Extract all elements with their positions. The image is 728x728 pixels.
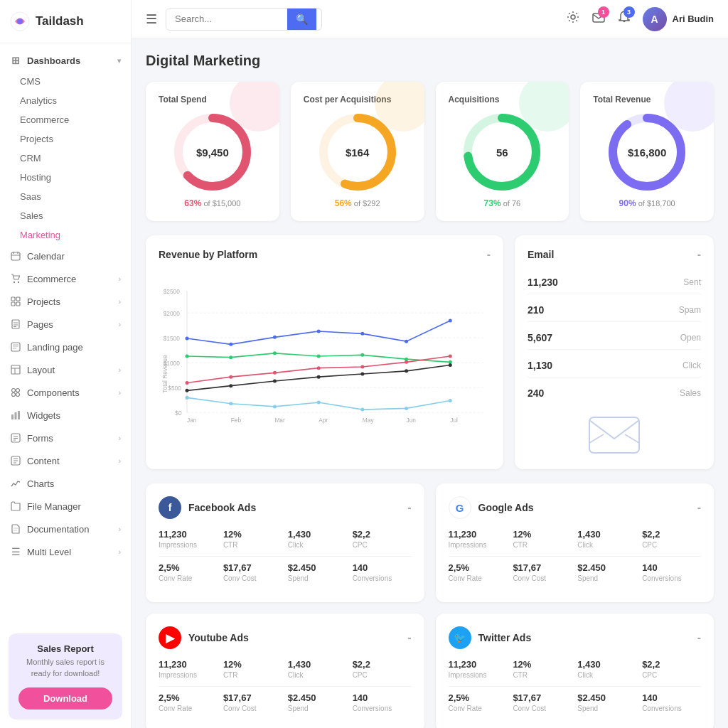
chevron-right-icon: › [119,298,121,306]
email-minimize-button[interactable]: - [697,248,701,261]
ad-stat: $2,2 CPC [353,659,412,679]
ad-card-minimize-button[interactable]: - [697,501,701,514]
notification-badge: 3 [623,6,635,18]
email-num: 5,607 [528,332,552,343]
user-profile[interactable]: A Ari Budin [643,7,714,31]
ad-stat-label: CTR [223,541,282,549]
ad-stat: 12% CTR [513,529,572,549]
sidebar-item-forms[interactable]: Forms › [0,427,131,449]
sidebar-item-ecommerce[interactable]: Ecommerce [10,110,131,129]
svg-point-24 [12,393,16,397]
topbar: ☰ 🔍 1 3 A Ari Budin [132,0,728,38]
ad-card-name: Twitter Ads [478,632,532,643]
sidebar-item-widgets[interactable]: Widgets [0,404,131,427]
multi-level-icon: ☰ [10,546,21,557]
ad-stat-label: Impressions [159,671,218,679]
ad-card-name: Google Ads [478,502,534,513]
ad-stat-val: 1,430 [577,529,636,540]
ad-stat-label: Impressions [449,541,508,549]
ad-stat-val: 2,5% [449,562,508,573]
sidebar-item-analytics[interactable]: Analytics [10,91,131,110]
hamburger-icon[interactable]: ☰ [146,11,157,27]
ad-card-minimize-button[interactable]: - [697,631,701,644]
svg-rect-26 [11,414,14,419]
ad-stat: 1,430 Click [288,659,347,679]
sidebar-item-sales[interactable]: Sales [10,206,131,225]
sidebar-item-charts[interactable]: Charts [0,472,131,495]
ad-stat-val: $2.450 [577,692,636,703]
ad-card-minimize-button[interactable]: - [407,501,411,514]
sidebar-item-file-manager[interactable]: File Manager [0,495,131,518]
search-button[interactable]: 🔍 [287,9,316,30]
chart-title: Revenue by Platform [159,249,257,260]
donut-label: 56 [496,146,508,159]
email-num: 1,130 [528,360,552,371]
dashboard-icon: ⊞ [10,55,21,66]
sidebar-item-dashboards[interactable]: ⊞ Dashboards ▾ [0,49,131,72]
svg-text:$1500: $1500 [164,335,181,342]
logo[interactable]: Taildash [0,0,131,43]
notification-button[interactable]: 3 [617,10,631,28]
sidebar-item-documentation[interactable]: Documentation › [0,518,131,540]
svg-rect-10 [11,302,15,306]
mail-button[interactable]: 1 [592,10,606,28]
sidebar-item-components[interactable]: Components › [0,381,131,404]
ad-stat: $2.450 Spend [288,562,347,582]
sidebar-item-content[interactable]: Content › [0,449,131,472]
ad-stat-val: 1,430 [288,659,347,670]
download-button[interactable]: Download [18,687,112,710]
ad-stat: 11,230 Impressions [159,529,218,549]
ad-card-minimize-button[interactable]: - [407,631,411,644]
chevron-right-icon: › [119,525,121,533]
ad-stat: $2,2 CPC [353,529,412,549]
ad-stat: $17,67 Conv Cost [223,562,282,582]
email-num: 210 [528,304,544,316]
svg-point-89 [186,389,189,392]
logo-text: Taildash [36,14,84,28]
donut-container: $164 [304,113,412,191]
sidebar-item-multi-level[interactable]: ☰ Multi Level › [0,540,131,563]
sidebar-item-landing-page[interactable]: Landing page [0,336,131,358]
sidebar-item-cms[interactable]: CMS [10,72,131,91]
settings-button[interactable] [566,10,580,28]
svg-text:$500: $500 [168,385,181,392]
sidebar-item-calendar[interactable]: Calendar [0,245,131,267]
donut-label: $16,800 [628,146,666,159]
ad-card-tw: 🐦 Twitter Ads - 11,230 Impressions 12% C… [436,614,714,728]
sidebar-item-ecommerce-nav[interactable]: Ecommerce › [0,267,131,290]
svg-point-90 [229,384,232,387]
svg-line-106 [625,434,639,443]
page-title: Digital Marketing [146,53,714,69]
svg-point-1 [17,18,23,24]
svg-point-71 [317,329,321,333]
sidebar-item-marketing[interactable]: Marketing [10,225,131,245]
email-row: 240 Sales [528,382,701,405]
ad-card-name: Facebook Ads [188,502,256,513]
yt-logo: ▶ [159,626,181,649]
svg-point-39 [571,15,575,19]
chevron-right-icon: › [119,321,121,328]
svg-point-78 [317,354,321,358]
search-input[interactable] [166,9,287,29]
sidebar-item-projects[interactable]: Projects [10,129,131,149]
sidebar-item-hosting[interactable]: Hosting [10,168,131,187]
mail-badge: 1 [598,6,609,18]
email-icon-wrapper [528,410,701,456]
sidebar-item-layout[interactable]: Layout › [0,358,131,381]
stat-card-0: Total Spend $9,450 63% of $15,000 [146,82,279,221]
ad-stat-val: 140 [353,562,412,573]
ad-stats-row1: 11,230 Impressions 12% CTR 1,430 Click $… [449,659,702,679]
sidebar-item-pages[interactable]: Pages › [0,313,131,336]
ad-stat-label: Conversions [642,574,701,582]
email-num: 11,230 [528,277,558,288]
email-row: 11,230 Sent [528,271,701,294]
chevron-right-icon: › [119,366,121,374]
sidebar-item-crm[interactable]: CRM [10,149,131,168]
chart-minimize-button[interactable]: - [487,248,491,261]
sidebar-item-projects-nav[interactable]: Projects › [0,290,131,313]
svg-text:$2000: $2000 [164,310,181,317]
ad-stat-label: Click [577,671,636,679]
sidebar-item-saas[interactable]: Saas [10,187,131,206]
ad-stat: $17,67 Conv Cost [513,562,572,582]
ad-stat-val: 2,5% [449,692,508,703]
